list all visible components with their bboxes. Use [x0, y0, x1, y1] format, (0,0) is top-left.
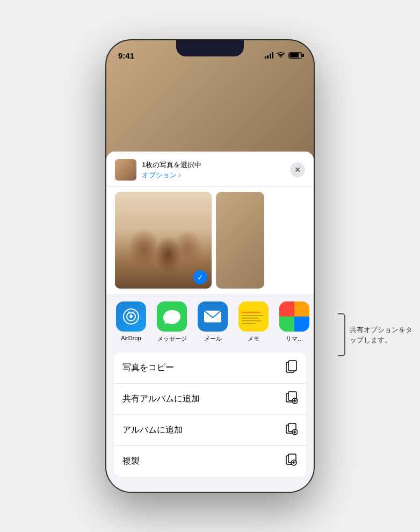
add-album-icon — [286, 422, 298, 438]
selected-photo[interactable]: ✓ — [115, 192, 212, 289]
messages-label: メッセージ — [157, 335, 187, 343]
action-list: 写真をコピー 共有アルバムに追加 — [114, 353, 306, 477]
next-photo[interactable] — [216, 192, 264, 289]
share-close-button[interactable]: ✕ — [290, 162, 305, 177]
add-album-label: アルバムに追加 — [122, 425, 183, 436]
share-thumbnail — [115, 159, 136, 181]
mail-label: メール — [204, 335, 222, 343]
photo-checkmark: ✓ — [193, 270, 207, 284]
wifi-icon — [277, 52, 285, 59]
copy-photo-icon — [286, 360, 298, 376]
annotation-container: 共有オプションをタップします。 — [338, 313, 414, 356]
messages-icon — [163, 309, 180, 324]
mail-app-item[interactable]: メール — [197, 301, 229, 343]
airdrop-app-item[interactable]: AirDrop — [115, 301, 147, 343]
battery-icon — [288, 52, 302, 59]
phone-notch — [176, 40, 244, 56]
add-shared-album-icon — [286, 391, 298, 407]
duplicate-icon — [286, 454, 298, 469]
copy-photo-action[interactable]: 写真をコピー — [114, 353, 306, 384]
mail-icon — [204, 310, 222, 323]
notes-app-icon — [238, 301, 269, 332]
notes-label: メモ — [248, 335, 259, 343]
messages-app-icon — [157, 301, 187, 332]
more-label: リマ… — [286, 335, 303, 343]
share-sheet: 1枚の写真を選択中 オプション › ✕ ✓ — [106, 152, 314, 492]
airdrop-icon — [122, 308, 140, 325]
photo-strip: ✓ — [106, 186, 314, 294]
mail-app-icon — [198, 301, 228, 332]
check-icon: ✓ — [197, 273, 204, 282]
duplicate-action[interactable]: 複製 — [114, 446, 306, 477]
notes-lines-icon — [238, 307, 269, 326]
annotation-text: 共有オプションをタップします。 — [350, 325, 414, 346]
airdrop-label: AirDrop — [121, 335, 141, 341]
svg-rect-7 — [288, 361, 296, 371]
share-header: 1枚の写真を選択中 オプション › ✕ — [106, 152, 314, 186]
status-icons — [265, 52, 302, 59]
messages-app-item[interactable]: メッセージ — [156, 301, 188, 343]
share-header-text: 1枚の写真を選択中 オプション › — [142, 160, 290, 180]
status-time: 9:41 — [118, 51, 134, 60]
duplicate-label: 複製 — [122, 456, 140, 467]
app-sharing-row: AirDrop メッセージ — [106, 294, 314, 348]
phone-frame: 9:41 — [105, 39, 315, 493]
airdrop-app-icon — [116, 301, 146, 332]
annotation-bracket — [338, 313, 345, 356]
notes-app-item[interactable]: メモ — [237, 301, 270, 343]
copy-photo-label: 写真をコピー — [122, 362, 174, 373]
add-shared-album-action[interactable]: 共有アルバムに追加 — [114, 384, 306, 415]
more-app-item[interactable]: リマ… — [278, 301, 310, 343]
signal-icon — [265, 52, 274, 59]
more-apps-icon — [279, 301, 309, 332]
add-album-action[interactable]: アルバムに追加 — [114, 415, 306, 446]
add-shared-album-label: 共有アルバムに追加 — [122, 393, 200, 405]
share-photo-count: 1枚の写真を選択中 — [142, 160, 290, 170]
share-options-link[interactable]: オプション › — [142, 170, 290, 180]
svg-point-2 — [129, 315, 133, 318]
close-icon: ✕ — [294, 166, 301, 174]
